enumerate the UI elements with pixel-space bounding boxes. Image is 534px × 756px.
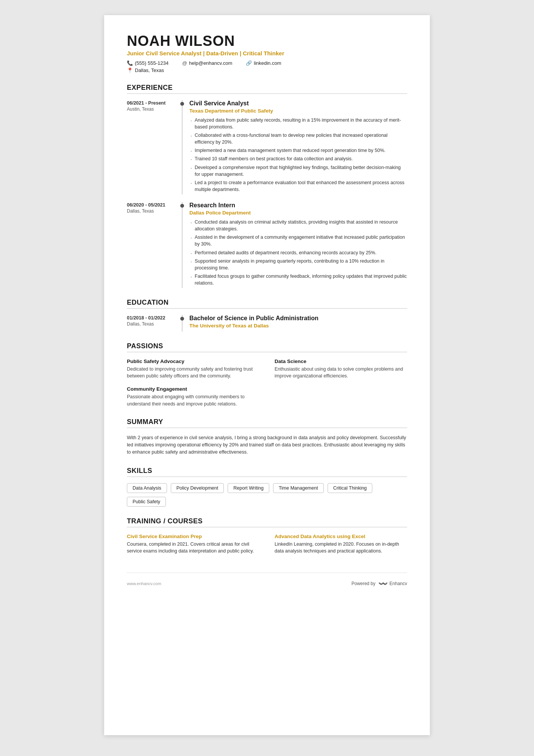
bullet-item: Led a project to create a performance ev…: [189, 179, 407, 193]
exp-job-title-2: Research Intern: [189, 202, 407, 209]
edu-divider-1: [182, 315, 183, 332]
bullet-item: Performed detailed audits of department …: [189, 249, 407, 256]
passions-section-title: PASSIONS: [127, 342, 407, 352]
education-section-title: EDUCATION: [127, 299, 407, 309]
skill-badge-2: Policy Development: [171, 483, 224, 493]
exp-bullets-2: Conducted data analysis on criminal acti…: [189, 219, 407, 286]
footer: www.enhancv.com Powered by 〰️ Enhancv: [127, 573, 407, 588]
skill-badge-5: Critical Thinking: [328, 483, 373, 493]
passions-grid: Public Safety Advocacy Dedicated to impr…: [127, 358, 407, 407]
experience-section-title: EXPERIENCE: [127, 84, 407, 94]
edu-dates-1: 01/2018 - 01/2022 Dallas, Texas: [127, 315, 182, 332]
training-title-2: Advanced Data Analytics using Excel: [275, 534, 407, 539]
passion-item-1: Public Safety Advocacy Dedicated to impr…: [127, 358, 259, 379]
passion-item-3: Community Engagement Passionate about en…: [127, 386, 259, 407]
exp-location-1: Austin, Texas: [127, 106, 182, 112]
bullet-item: Assisted in the development of a communi…: [189, 234, 407, 247]
passion-desc-1: Dedicated to improving community safety …: [127, 366, 259, 379]
exp-bullets-1: Analyzed data from public safety records…: [189, 117, 407, 193]
experience-item-1: 06/2021 - Present Austin, Texas Civil Se…: [127, 100, 407, 194]
training-desc-1: Coursera, completed in 2021. Covers crit…: [127, 541, 259, 554]
edu-school-1: The University of Texas at Dallas: [189, 323, 407, 329]
exp-content-1: Civil Service Analyst Texas Department o…: [189, 100, 407, 194]
phone-icon: 📞: [127, 60, 133, 66]
skills-row: Data Analysis Policy Development Report …: [127, 483, 407, 507]
exp-company-1: Texas Department of Public Safety: [189, 108, 407, 114]
edu-content-1: Bachelor of Science in Public Administra…: [189, 315, 407, 332]
exp-dates-1: 06/2021 - Present Austin, Texas: [127, 100, 182, 194]
email-item: @ help@enhancv.com: [182, 60, 232, 66]
bullet-item: Facilitated focus groups to gather commu…: [189, 273, 407, 286]
location-text: Dallas, Texas: [135, 67, 164, 73]
phone-item: 📞 (555) 555-1234: [127, 60, 169, 66]
brand-name: Enhancv: [389, 581, 407, 586]
training-grid: Civil Service Examination Prep Coursera,…: [127, 534, 407, 554]
passion-desc-2: Enthusiastic about using data to solve c…: [275, 366, 407, 379]
exp-divider-1: [182, 100, 183, 194]
training-section-title: TRAINING / COURSES: [127, 517, 407, 527]
exp-job-title-1: Civil Service Analyst: [189, 100, 407, 107]
candidate-name: NOAH WILSON: [127, 33, 407, 49]
experience-item-2: 06/2020 - 05/2021 Dallas, Texas Research…: [127, 202, 407, 288]
footer-brand: Powered by 〰️ Enhancv: [351, 579, 407, 588]
exp-company-2: Dallas Police Department: [189, 210, 407, 216]
bullet-item: Trained 10 staff members on best practic…: [189, 155, 407, 162]
location-icon: 📍: [127, 67, 133, 73]
skill-badge-6: Public Safety: [127, 497, 166, 507]
linkedin-url: linkedin.com: [254, 60, 281, 66]
header: NOAH WILSON Junior Civil Service Analyst…: [127, 33, 407, 73]
skill-badge-3: Report Writing: [228, 483, 269, 493]
passion-item-2: Data Science Enthusiastic about using da…: [275, 358, 407, 379]
bullet-item: Collaborated with a cross-functional tea…: [189, 132, 407, 146]
candidate-title: Junior Civil Service Analyst | Data-Driv…: [127, 50, 407, 56]
footer-website: www.enhancv.com: [127, 581, 161, 586]
skill-badge-1: Data Analysis: [127, 483, 167, 493]
training-item-1: Civil Service Examination Prep Coursera,…: [127, 534, 259, 554]
resume-page: NOAH WILSON Junior Civil Service Analyst…: [104, 15, 430, 735]
skills-section-title: SKILLS: [127, 467, 407, 477]
passion-title-1: Public Safety Advocacy: [127, 358, 259, 364]
contact-row: 📞 (555) 555-1234 @ help@enhancv.com 🔗 li…: [127, 60, 407, 66]
passion-title-3: Community Engagement: [127, 386, 259, 392]
phone-number: (555) 555-1234: [135, 60, 169, 66]
email-icon: @: [182, 60, 187, 66]
bullet-item: Developed a comprehensive report that hi…: [189, 164, 407, 178]
summary-section-title: SUMMARY: [127, 418, 407, 428]
exp-divider-2: [182, 202, 183, 288]
summary-text: With 2 years of experience in civil serv…: [127, 434, 407, 456]
exp-dates-2: 06/2020 - 05/2021 Dallas, Texas: [127, 202, 182, 288]
enhancv-logo: 〰️ Enhancv: [378, 579, 407, 588]
training-desc-2: LinkedIn Learning, completed in 2020. Fo…: [275, 541, 407, 554]
exp-content-2: Research Intern Dallas Police Department…: [189, 202, 407, 288]
edu-degree-1: Bachelor of Science in Public Administra…: [189, 315, 407, 322]
bullet-item: Analyzed data from public safety records…: [189, 117, 407, 130]
logo-icon: 〰️: [378, 579, 388, 588]
edu-location-1: Dallas, Texas: [127, 321, 182, 327]
powered-by-text: Powered by: [351, 581, 375, 586]
training-item-2: Advanced Data Analytics using Excel Link…: [275, 534, 407, 554]
linkedin-icon: 🔗: [246, 60, 252, 66]
passion-desc-3: Passionate about engaging with community…: [127, 393, 259, 407]
training-title-1: Civil Service Examination Prep: [127, 534, 259, 539]
bullet-item: Implemented a new data management system…: [189, 147, 407, 154]
bullet-item: Conducted data analysis on criminal acti…: [189, 219, 407, 232]
location-item: 📍 Dallas, Texas: [127, 67, 407, 73]
linkedin-item: 🔗 linkedin.com: [246, 60, 281, 66]
education-item-1: 01/2018 - 01/2022 Dallas, Texas Bachelor…: [127, 315, 407, 332]
bullet-item: Supported senior analysts in preparing q…: [189, 258, 407, 271]
email-address: help@enhancv.com: [189, 60, 232, 66]
exp-location-2: Dallas, Texas: [127, 208, 182, 214]
skill-badge-4: Time Management: [273, 483, 324, 493]
passion-title-2: Data Science: [275, 358, 407, 364]
